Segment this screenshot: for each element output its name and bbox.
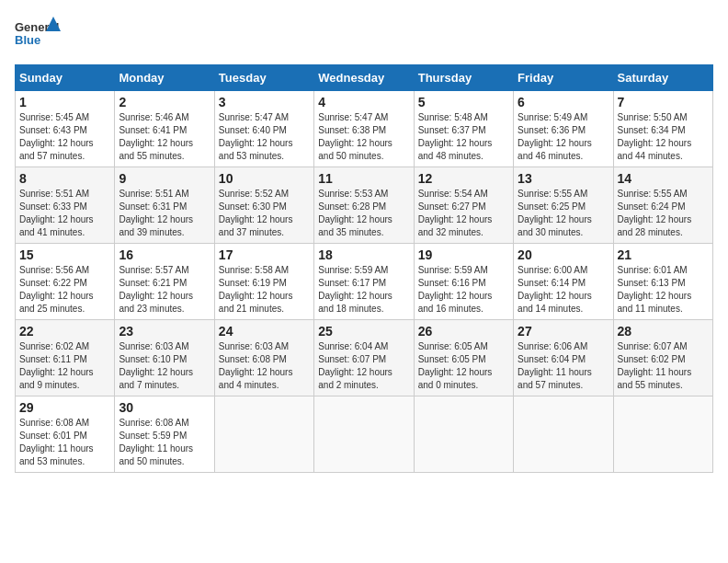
calendar-week-3: 15Sunrise: 5:56 AM Sunset: 6:22 PM Dayli…	[16, 244, 713, 320]
calendar-day-20: 20Sunrise: 6:00 AM Sunset: 6:14 PM Dayli…	[514, 244, 613, 320]
day-info: Sunrise: 6:06 AM Sunset: 6:04 PM Dayligh…	[518, 340, 609, 392]
calendar-day-13: 13Sunrise: 5:55 AM Sunset: 6:25 PM Dayli…	[514, 167, 613, 244]
empty-cell	[613, 396, 712, 473]
day-info: Sunrise: 5:48 AM Sunset: 6:37 PM Dayligh…	[418, 111, 509, 163]
calendar-day-23: 23Sunrise: 6:03 AM Sunset: 6:10 PM Dayli…	[115, 320, 214, 396]
day-number: 11	[318, 171, 409, 186]
calendar-week-4: 22Sunrise: 6:02 AM Sunset: 6:11 PM Dayli…	[16, 320, 713, 396]
day-header-tuesday: Tuesday	[214, 65, 313, 91]
calendar-day-12: 12Sunrise: 5:54 AM Sunset: 6:27 PM Dayli…	[414, 167, 513, 244]
day-info: Sunrise: 5:51 AM Sunset: 6:31 PM Dayligh…	[119, 188, 210, 239]
day-number: 15	[19, 247, 110, 262]
calendar-day-25: 25Sunrise: 6:04 AM Sunset: 6:07 PM Dayli…	[314, 320, 414, 396]
day-info: Sunrise: 6:08 AM Sunset: 5:59 PM Dayligh…	[119, 417, 210, 468]
day-number: 6	[518, 95, 609, 109]
day-info: Sunrise: 6:03 AM Sunset: 6:10 PM Dayligh…	[119, 340, 210, 392]
day-info: Sunrise: 5:49 AM Sunset: 6:36 PM Dayligh…	[518, 111, 609, 163]
empty-cell	[314, 396, 414, 473]
svg-text:Blue: Blue	[15, 33, 40, 47]
day-number: 17	[219, 247, 310, 262]
day-info: Sunrise: 5:50 AM Sunset: 6:34 PM Dayligh…	[618, 111, 709, 163]
empty-cell	[414, 396, 513, 473]
calendar-day-14: 14Sunrise: 5:55 AM Sunset: 6:24 PM Dayli…	[613, 167, 712, 244]
day-number: 16	[119, 247, 210, 262]
calendar-day-27: 27Sunrise: 6:06 AM Sunset: 6:04 PM Dayli…	[514, 320, 613, 396]
day-number: 18	[318, 247, 409, 262]
logo-svg: General Blue	[15, 15, 61, 53]
calendar-day-17: 17Sunrise: 5:58 AM Sunset: 6:19 PM Dayli…	[214, 244, 313, 320]
calendar-table: SundayMondayTuesdayWednesdayThursdayFrid…	[15, 64, 713, 473]
day-number: 5	[418, 95, 509, 109]
day-info: Sunrise: 5:51 AM Sunset: 6:33 PM Dayligh…	[19, 188, 110, 239]
day-info: Sunrise: 5:59 AM Sunset: 6:17 PM Dayligh…	[318, 264, 409, 316]
calendar-day-9: 9Sunrise: 5:51 AM Sunset: 6:31 PM Daylig…	[115, 167, 214, 244]
calendar-day-15: 15Sunrise: 5:56 AM Sunset: 6:22 PM Dayli…	[16, 244, 115, 320]
day-info: Sunrise: 5:56 AM Sunset: 6:22 PM Dayligh…	[19, 264, 110, 316]
day-number: 7	[618, 95, 709, 109]
calendar-day-1: 1Sunrise: 5:45 AM Sunset: 6:43 PM Daylig…	[16, 91, 115, 167]
day-info: Sunrise: 5:55 AM Sunset: 6:24 PM Dayligh…	[618, 188, 709, 239]
day-number: 14	[618, 171, 709, 186]
day-number: 1	[19, 95, 110, 109]
calendar-day-7: 7Sunrise: 5:50 AM Sunset: 6:34 PM Daylig…	[613, 91, 712, 167]
day-number: 23	[119, 324, 210, 339]
day-number: 12	[418, 171, 509, 186]
day-info: Sunrise: 5:47 AM Sunset: 6:38 PM Dayligh…	[318, 111, 409, 163]
day-header-saturday: Saturday	[613, 65, 712, 91]
calendar-day-6: 6Sunrise: 5:49 AM Sunset: 6:36 PM Daylig…	[514, 91, 613, 167]
calendar-day-5: 5Sunrise: 5:48 AM Sunset: 6:37 PM Daylig…	[414, 91, 513, 167]
calendar-day-3: 3Sunrise: 5:47 AM Sunset: 6:40 PM Daylig…	[214, 91, 313, 167]
calendar-body: 1Sunrise: 5:45 AM Sunset: 6:43 PM Daylig…	[16, 91, 713, 473]
day-number: 26	[418, 324, 509, 339]
day-info: Sunrise: 6:00 AM Sunset: 6:14 PM Dayligh…	[518, 264, 609, 316]
day-number: 29	[19, 400, 110, 415]
day-header-monday: Monday	[115, 65, 214, 91]
day-number: 20	[518, 247, 609, 262]
day-info: Sunrise: 6:07 AM Sunset: 6:02 PM Dayligh…	[618, 340, 709, 392]
day-number: 10	[219, 171, 310, 186]
day-number: 19	[418, 247, 509, 262]
day-header-sunday: Sunday	[16, 65, 115, 91]
calendar-day-10: 10Sunrise: 5:52 AM Sunset: 6:30 PM Dayli…	[214, 167, 313, 244]
calendar-week-5: 29Sunrise: 6:08 AM Sunset: 6:01 PM Dayli…	[16, 396, 713, 473]
day-info: Sunrise: 6:04 AM Sunset: 6:07 PM Dayligh…	[318, 340, 409, 392]
calendar-day-30: 30Sunrise: 6:08 AM Sunset: 5:59 PM Dayli…	[115, 396, 214, 473]
day-info: Sunrise: 5:57 AM Sunset: 6:21 PM Dayligh…	[119, 264, 210, 316]
calendar-day-2: 2Sunrise: 5:46 AM Sunset: 6:41 PM Daylig…	[115, 91, 214, 167]
logo: General Blue	[15, 15, 61, 53]
calendar-week-2: 8Sunrise: 5:51 AM Sunset: 6:33 PM Daylig…	[16, 167, 713, 244]
day-number: 27	[518, 324, 609, 339]
calendar-day-19: 19Sunrise: 5:59 AM Sunset: 6:16 PM Dayli…	[414, 244, 513, 320]
empty-cell	[214, 396, 313, 473]
day-number: 30	[119, 400, 210, 415]
calendar-day-8: 8Sunrise: 5:51 AM Sunset: 6:33 PM Daylig…	[16, 167, 115, 244]
day-info: Sunrise: 5:55 AM Sunset: 6:25 PM Dayligh…	[518, 188, 609, 239]
day-info: Sunrise: 5:47 AM Sunset: 6:40 PM Dayligh…	[219, 111, 310, 163]
day-info: Sunrise: 5:45 AM Sunset: 6:43 PM Dayligh…	[19, 111, 110, 163]
day-header-wednesday: Wednesday	[314, 65, 414, 91]
day-number: 25	[318, 324, 409, 339]
calendar-header-row: SundayMondayTuesdayWednesdayThursdayFrid…	[16, 65, 713, 91]
day-number: 13	[518, 171, 609, 186]
day-info: Sunrise: 6:08 AM Sunset: 6:01 PM Dayligh…	[19, 417, 110, 468]
day-info: Sunrise: 5:53 AM Sunset: 6:28 PM Dayligh…	[318, 188, 409, 239]
day-number: 3	[219, 95, 310, 109]
day-info: Sunrise: 5:58 AM Sunset: 6:19 PM Dayligh…	[219, 264, 310, 316]
day-info: Sunrise: 6:02 AM Sunset: 6:11 PM Dayligh…	[19, 340, 110, 392]
day-number: 4	[318, 95, 409, 109]
day-info: Sunrise: 5:52 AM Sunset: 6:30 PM Dayligh…	[219, 188, 310, 239]
calendar-day-28: 28Sunrise: 6:07 AM Sunset: 6:02 PM Dayli…	[613, 320, 712, 396]
day-info: Sunrise: 5:46 AM Sunset: 6:41 PM Dayligh…	[119, 111, 210, 163]
day-number: 2	[119, 95, 210, 109]
day-number: 24	[219, 324, 310, 339]
day-number: 21	[618, 247, 709, 262]
day-number: 8	[19, 171, 110, 186]
calendar-day-11: 11Sunrise: 5:53 AM Sunset: 6:28 PM Dayli…	[314, 167, 414, 244]
calendar-day-29: 29Sunrise: 6:08 AM Sunset: 6:01 PM Dayli…	[16, 396, 115, 473]
calendar-day-4: 4Sunrise: 5:47 AM Sunset: 6:38 PM Daylig…	[314, 91, 414, 167]
day-number: 28	[618, 324, 709, 339]
page-header: General Blue	[15, 15, 713, 53]
calendar-week-1: 1Sunrise: 5:45 AM Sunset: 6:43 PM Daylig…	[16, 91, 713, 167]
calendar-day-26: 26Sunrise: 6:05 AM Sunset: 6:05 PM Dayli…	[414, 320, 513, 396]
day-header-thursday: Thursday	[414, 65, 513, 91]
